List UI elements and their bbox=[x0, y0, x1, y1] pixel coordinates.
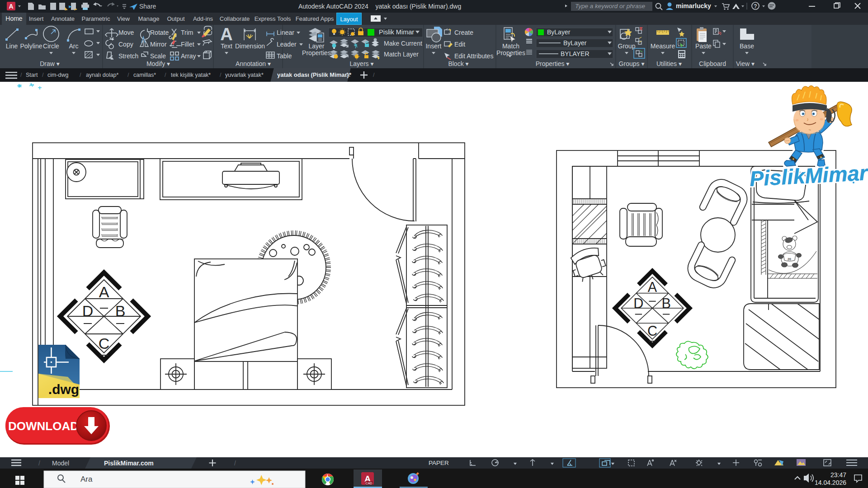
svg-text:Modify ▾: Modify ▾ bbox=[146, 60, 170, 67]
svg-text:Match Layer: Match Layer bbox=[384, 51, 419, 58]
svg-text:View ▾: View ▾ bbox=[736, 60, 755, 67]
svg-text:D: D bbox=[82, 302, 94, 319]
svg-text:Properties: Properties bbox=[302, 49, 331, 56]
svg-text:Measure: Measure bbox=[651, 42, 675, 50]
svg-text:Ara: Ara bbox=[80, 475, 93, 483]
svg-text:23:47: 23:47 bbox=[830, 471, 846, 479]
svg-text:ByLayer: ByLayer bbox=[563, 39, 587, 47]
svg-text:Clipboard: Clipboard bbox=[699, 60, 726, 67]
svg-text:Draw ▾: Draw ▾ bbox=[40, 60, 60, 67]
svg-text:Copy: Copy bbox=[118, 41, 133, 48]
svg-text:Make Current: Make Current bbox=[384, 40, 422, 47]
svg-text:Layers ▾: Layers ▾ bbox=[350, 60, 374, 67]
svg-text:Group: Group bbox=[618, 42, 636, 50]
svg-text:14.04.2026: 14.04.2026 bbox=[815, 479, 846, 486]
svg-text:B: B bbox=[115, 302, 126, 319]
svg-text:Line: Line bbox=[6, 42, 18, 50]
svg-text:DOWNLOAD: DOWNLOAD bbox=[8, 419, 79, 433]
svg-text:Fillet: Fillet bbox=[181, 41, 194, 48]
svg-text:PAPER: PAPER bbox=[429, 460, 449, 466]
svg-text:mimarlucky: mimarlucky bbox=[676, 2, 711, 9]
svg-text:Arc: Arc bbox=[69, 42, 79, 50]
svg-text:Dimension: Dimension bbox=[235, 42, 265, 50]
svg-text:Properties: Properties bbox=[496, 49, 525, 56]
svg-text:A: A bbox=[9, 3, 13, 10]
svg-text:Type a keyword or phrase: Type a keyword or phrase bbox=[575, 3, 645, 9]
svg-text:Groups ▾: Groups ▾ bbox=[619, 60, 645, 67]
svg-text:Base: Base bbox=[740, 42, 754, 50]
svg-text:Scale: Scale bbox=[150, 52, 166, 60]
svg-text:CAD: CAD bbox=[366, 482, 373, 485]
svg-text:Text: Text bbox=[221, 42, 232, 50]
svg-text:Circle: Circle bbox=[43, 42, 59, 50]
svg-text:20: 20 bbox=[788, 258, 791, 261]
svg-text:A: A bbox=[99, 283, 109, 300]
svg-text:Polyline: Polyline bbox=[20, 42, 42, 50]
svg-text:A: A bbox=[648, 279, 657, 295]
svg-text:PislikMimar.com: PislikMimar.com bbox=[104, 460, 154, 467]
svg-text:Share: Share bbox=[139, 3, 156, 10]
svg-text:Edit Attributes: Edit Attributes bbox=[454, 52, 493, 60]
svg-text:Table: Table bbox=[277, 52, 292, 60]
svg-text:PislikMimar: PislikMimar bbox=[749, 160, 868, 191]
svg-text:ByLayer: ByLayer bbox=[547, 28, 571, 36]
svg-text:Linear: Linear bbox=[277, 29, 294, 36]
svg-text:C: C bbox=[99, 335, 110, 352]
svg-text:Insert: Insert bbox=[425, 42, 441, 50]
svg-text:Block ▾: Block ▾ bbox=[448, 60, 468, 67]
svg-text:Annotation ▾: Annotation ▾ bbox=[236, 60, 271, 67]
svg-text:.dwg: .dwg bbox=[48, 382, 79, 397]
svg-text:Match: Match bbox=[502, 42, 519, 50]
svg-text:Utilities ▾: Utilities ▾ bbox=[656, 60, 682, 67]
svg-text:Paste: Paste bbox=[695, 42, 712, 50]
svg-text:Move: Move bbox=[118, 29, 134, 36]
svg-text:C: C bbox=[647, 323, 657, 338]
svg-text:Array: Array bbox=[181, 52, 196, 60]
svg-text:?: ? bbox=[754, 3, 757, 9]
svg-text:Edit: Edit bbox=[454, 41, 465, 48]
svg-text:Create: Create bbox=[454, 29, 473, 36]
svg-text:D: D bbox=[633, 296, 643, 311]
svg-text:Leader: Leader bbox=[277, 41, 297, 48]
svg-text:Model: Model bbox=[52, 460, 69, 467]
svg-text:Autodesk AutoCAD 2024 yatak: Autodesk AutoCAD 2024 yatak odası (Pisli… bbox=[298, 3, 461, 10]
svg-text:/: / bbox=[38, 460, 40, 467]
svg-text:/: / bbox=[234, 460, 236, 467]
svg-text:Rotate: Rotate bbox=[150, 29, 169, 36]
svg-text:BYLAYER: BYLAYER bbox=[561, 50, 590, 57]
svg-text:A: A bbox=[220, 25, 232, 44]
svg-text:Mirror: Mirror bbox=[150, 41, 167, 48]
svg-text:Pislik Mimar: Pislik Mimar bbox=[379, 28, 414, 36]
svg-text:Layer: Layer bbox=[308, 42, 324, 50]
svg-text:Stretch: Stretch bbox=[118, 52, 138, 60]
svg-text:Properties ▾: Properties ▾ bbox=[536, 60, 570, 67]
svg-text:B: B bbox=[661, 296, 670, 311]
svg-text:Trim: Trim bbox=[181, 29, 193, 36]
